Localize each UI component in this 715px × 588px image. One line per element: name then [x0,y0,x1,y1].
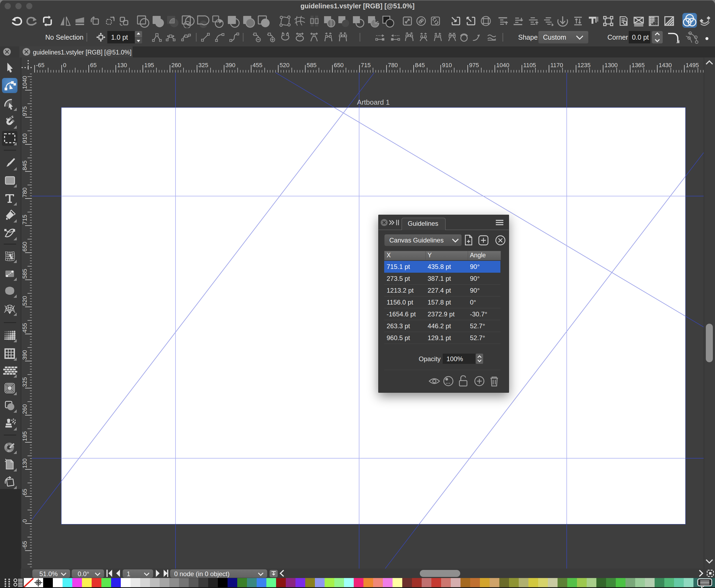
svg-text:390: 390 [225,62,235,68]
svg-text:650: 650 [334,62,344,68]
svg-text:585: 585 [306,62,317,68]
svg-text:1170: 1170 [550,62,563,68]
svg-text:390: 390 [21,350,28,360]
svg-text:910: 910 [21,133,28,143]
svg-text:520: 520 [280,62,289,68]
svg-text:1105: 1105 [523,62,536,68]
svg-text:1040: 1040 [496,62,509,68]
svg-text:195: 195 [144,62,154,68]
svg-text:845: 845 [21,161,28,170]
svg-text:0: 0 [21,519,28,522]
svg-text:650: 650 [21,242,28,252]
svg-text:780: 780 [21,187,28,197]
svg-text:195: 195 [21,431,28,441]
svg-text:1365: 1365 [631,62,645,68]
svg-text:325: 325 [198,62,209,68]
svg-text:1300: 1300 [604,62,618,68]
svg-text:455: 455 [253,62,263,68]
svg-text:975: 975 [469,62,479,68]
svg-text:325: 325 [21,377,28,387]
svg-text:130: 130 [117,62,127,68]
svg-text:715: 715 [361,62,371,68]
svg-text:65: 65 [90,62,96,68]
svg-text:455: 455 [21,323,28,333]
svg-text:845: 845 [415,62,425,68]
svg-text:715: 715 [21,215,28,225]
svg-text:1040: 1040 [21,76,28,89]
svg-text:-65: -65 [21,541,28,550]
svg-text:65: 65 [21,489,28,495]
svg-text:1235: 1235 [578,62,591,68]
svg-text:975: 975 [21,106,28,116]
svg-text:0: 0 [63,62,66,68]
svg-text:780: 780 [388,62,398,68]
svg-text:1430: 1430 [659,62,672,68]
svg-text:1495: 1495 [686,62,699,68]
svg-text:130: 130 [21,458,28,468]
svg-text:910: 910 [442,62,452,68]
svg-text:260: 260 [21,404,28,414]
svg-text:260: 260 [171,62,181,68]
svg-text:585: 585 [21,269,28,279]
svg-text:-65: -65 [36,62,44,68]
svg-text:520: 520 [21,296,28,306]
